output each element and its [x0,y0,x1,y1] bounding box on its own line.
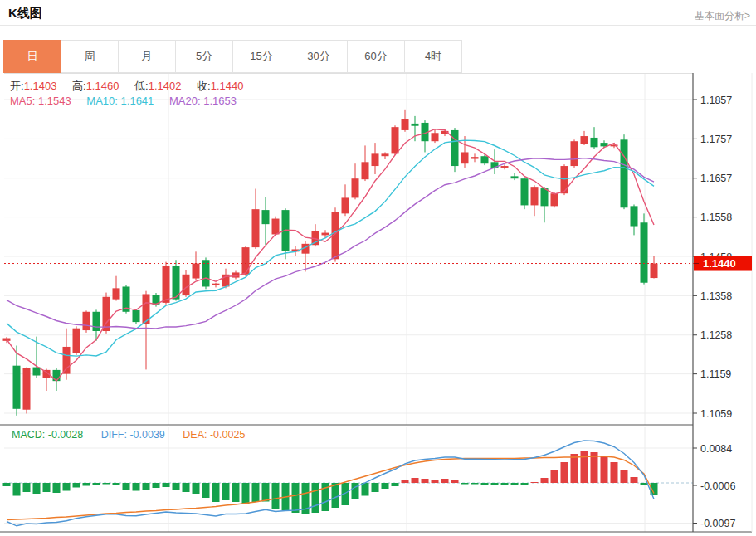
svg-text:-0.0097: -0.0097 [700,518,735,529]
axes: 1.18571.17571.16571.15581.14581.13581.12… [0,73,752,532]
svg-text:1.1159: 1.1159 [700,368,731,380]
header: K线图 基本面分析> [0,0,756,26]
ma5-value: 1.1543 [38,95,71,107]
dea-value: -0.0025 [210,429,245,441]
ma-legend: MA5: 1.1543 MA10: 1.1641 MA20: 1.1653 [10,95,249,107]
ma5-label: MA5: [10,95,35,107]
low-label: 低: [134,80,149,92]
open-value: 1.1403 [24,80,57,92]
kline-page: K线图 基本面分析> 日 周 月 5分 15分 30分 60分 4时 开:1.1… [0,0,756,536]
tab-5min[interactable]: 5分 [175,40,233,73]
period-tabs: 日 周 月 5分 15分 30分 60分 4时 [4,40,462,73]
svg-text:0.0084: 0.0084 [700,443,732,455]
macd-legend: MACD: -0.0028 DIFF: -0.0039 DEA: -0.0025 [12,429,260,441]
close-label: 收: [197,80,211,92]
dea-label: DEA: [183,429,207,441]
diff-value: -0.0039 [129,429,164,441]
diff-label: DIFF: [101,429,127,441]
macd-plot [3,441,694,526]
open-label: 开: [10,80,24,92]
ma10-label: MA10: [86,95,118,107]
svg-text:1.1757: 1.1757 [700,134,732,145]
svg-text:-0.0006: -0.0006 [700,480,735,492]
svg-text:1.1657: 1.1657 [700,173,732,184]
fundamental-analysis-link[interactable]: 基本面分析> [695,9,750,23]
tab-15min[interactable]: 15分 [232,40,290,73]
ma5-line [7,129,654,381]
ohlc-legend: 开:1.1403 高:1.1460 低:1.1402 收:1.1440 [10,79,256,94]
tab-month[interactable]: 月 [118,40,176,73]
close-value: 1.1440 [211,80,244,92]
candlestick-plot [3,110,658,416]
svg-text:1.1358: 1.1358 [700,290,732,302]
svg-text:1.1558: 1.1558 [700,212,732,223]
chart-canvas[interactable]: 1.18571.17571.16571.15581.14581.13581.12… [0,73,756,536]
tab-week[interactable]: 周 [61,40,119,73]
page-title: K线图 [8,6,42,22]
macd-value: -0.0028 [48,429,83,441]
high-label: 高: [72,80,86,92]
svg-text:1.1258: 1.1258 [700,329,732,341]
ma20-value: 1.1653 [203,95,237,107]
svg-text:1.1857: 1.1857 [700,95,732,106]
tab-60min[interactable]: 60分 [347,40,405,73]
low-value: 1.1402 [149,80,182,92]
tab-30min[interactable]: 30分 [290,40,348,73]
current-price-marker: 1.1440 [4,256,752,271]
kline-chart[interactable]: 开:1.1403 高:1.1460 低:1.1402 收:1.1440 MA5:… [0,73,756,536]
tab-day[interactable]: 日 [3,40,61,73]
ma10-value: 1.1641 [121,95,154,107]
tab-4hour[interactable]: 4时 [404,40,462,73]
svg-text:1.1440: 1.1440 [703,257,736,270]
dea-line [7,456,654,520]
ma20-label: MA20: [169,95,201,107]
macd-label: MACD: [12,429,45,441]
svg-text:1.1059: 1.1059 [700,408,732,420]
high-value: 1.1460 [86,80,119,92]
